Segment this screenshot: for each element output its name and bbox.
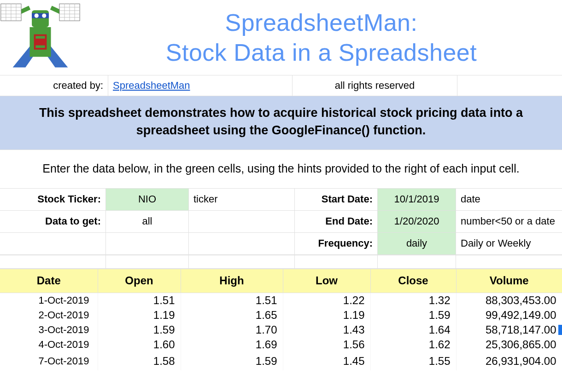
cell-low[interactable]: 1.43	[283, 323, 370, 337]
cell-open[interactable]: 1.51	[98, 293, 181, 308]
cell-volume[interactable]: 58,718,147.00	[456, 323, 562, 337]
cell-close[interactable]: 1.64	[370, 323, 456, 337]
spreadsheet: SpreadsheetMan: Stock Data in a Spreadsh…	[0, 0, 562, 370]
svg-point-7	[35, 13, 39, 17]
svg-rect-4	[35, 45, 45, 48]
cell-high[interactable]: 1.70	[181, 323, 283, 337]
cell-open[interactable]: 1.19	[98, 308, 181, 323]
end-date-input[interactable]: 1/20/2020	[378, 211, 456, 233]
cell-close[interactable]: 1.59	[370, 308, 456, 323]
table-row[interactable]: 4-Oct-2019 1.60 1.69 1.56 1.62 25,306,86…	[0, 337, 562, 352]
cell-date[interactable]: 2-Oct-2019	[0, 308, 98, 323]
cell-high[interactable]: 1.69	[181, 337, 283, 352]
cell-volume-value: 58,718,147.00	[486, 323, 556, 336]
frequency-hint: Daily or Weekly	[456, 233, 562, 255]
cell-close[interactable]: 1.62	[370, 337, 456, 352]
table-row[interactable]: 7-Oct-2019 1.58 1.59 1.45 1.55 26,931,90…	[0, 352, 562, 370]
end-date-hint: number<50 or a date	[456, 211, 562, 233]
cell-close[interactable]: 1.55	[370, 352, 456, 370]
data-label: Data to get:	[0, 211, 106, 233]
data-input[interactable]: all	[106, 211, 189, 233]
cell-low[interactable]: 1.56	[283, 337, 370, 352]
cell-volume[interactable]: 99,492,149.00	[456, 308, 562, 323]
cell-low[interactable]: 1.19	[283, 308, 370, 323]
col-open: Open	[98, 269, 181, 293]
col-high: High	[181, 269, 283, 293]
col-volume: Volume	[456, 269, 562, 293]
col-close: Close	[370, 269, 456, 293]
input-grid: Stock Ticker: NIO ticker Start Date: 10/…	[0, 188, 562, 255]
cell-open[interactable]: 1.60	[98, 337, 181, 352]
ticker-input[interactable]: NIO	[106, 189, 189, 211]
header-row: SpreadsheetMan: Stock Data in a Spreadsh…	[0, 0, 562, 75]
cell-volume[interactable]: 26,931,904.00	[456, 352, 562, 370]
cell-high[interactable]: 1.59	[181, 352, 283, 370]
cell-open[interactable]: 1.59	[98, 323, 181, 337]
logo-spreadsheetman	[0, 3, 81, 72]
cell-volume[interactable]: 25,306,865.00	[456, 337, 562, 352]
cell-low[interactable]: 1.45	[283, 352, 370, 370]
title-line-1: SpreadsheetMan:	[225, 9, 418, 36]
created-by-link[interactable]: SpreadsheetMan	[113, 80, 190, 92]
cell-low[interactable]: 1.22	[283, 293, 370, 308]
empty-cell-1	[0, 233, 106, 255]
created-by-row: created by: SpreadsheetMan all rights re…	[0, 75, 562, 96]
table-header-row: Date Open High Low Close Volume	[0, 269, 562, 293]
start-date-input[interactable]: 10/1/2019	[378, 189, 456, 211]
cell-date[interactable]: 4-Oct-2019	[0, 337, 98, 352]
selection-handle-icon[interactable]	[558, 325, 562, 335]
frequency-input[interactable]: daily	[378, 233, 456, 255]
svg-rect-5	[32, 10, 49, 27]
table-row[interactable]: 1-Oct-2019 1.51 1.51 1.22 1.32 88,303,45…	[0, 293, 562, 308]
created-by-link-cell: SpreadsheetMan	[108, 75, 293, 96]
col-low: Low	[283, 269, 370, 293]
svg-rect-3	[35, 36, 45, 39]
ticker-hint: ticker	[189, 189, 295, 211]
svg-point-8	[42, 13, 46, 17]
cell-date[interactable]: 1-Oct-2019	[0, 293, 98, 308]
cell-date[interactable]: 3-Oct-2019	[0, 323, 98, 337]
start-date-hint: date	[456, 189, 562, 211]
description-banner: This spreadsheet demonstrates how to acq…	[0, 96, 562, 150]
start-date-label: Start Date:	[295, 189, 378, 211]
title-line-2: Stock Data in a Spreadsheet	[166, 39, 477, 66]
end-date-label: End Date:	[295, 211, 378, 233]
created-by-label: created by:	[0, 75, 108, 96]
cell-high[interactable]: 1.65	[181, 308, 283, 323]
cell-high[interactable]: 1.51	[181, 293, 283, 308]
spacer-row	[0, 255, 562, 269]
cell-date[interactable]: 7-Oct-2019	[0, 352, 98, 370]
frequency-label: Frequency:	[295, 233, 378, 255]
instruction-text: Enter the data below, in the green cells…	[0, 150, 562, 188]
cell-open[interactable]: 1.58	[98, 352, 181, 370]
stock-data-table: Date Open High Low Close Volume 1-Oct-20…	[0, 269, 562, 370]
cell-close[interactable]: 1.32	[370, 293, 456, 308]
cell-volume[interactable]: 88,303,453.00	[456, 293, 562, 308]
empty-cell-2	[106, 233, 189, 255]
table-row[interactable]: 3-Oct-2019 1.59 1.70 1.43 1.64 58,718,14…	[0, 323, 562, 337]
page-title: SpreadsheetMan: Stock Data in a Spreadsh…	[81, 8, 562, 68]
ticker-label: Stock Ticker:	[0, 189, 106, 211]
empty-cell-3	[189, 233, 295, 255]
col-date: Date	[0, 269, 98, 293]
rights-text: all rights reserved	[293, 75, 457, 96]
table-row[interactable]: 2-Oct-2019 1.19 1.65 1.19 1.59 99,492,14…	[0, 308, 562, 323]
empty-hint-1	[189, 211, 295, 233]
